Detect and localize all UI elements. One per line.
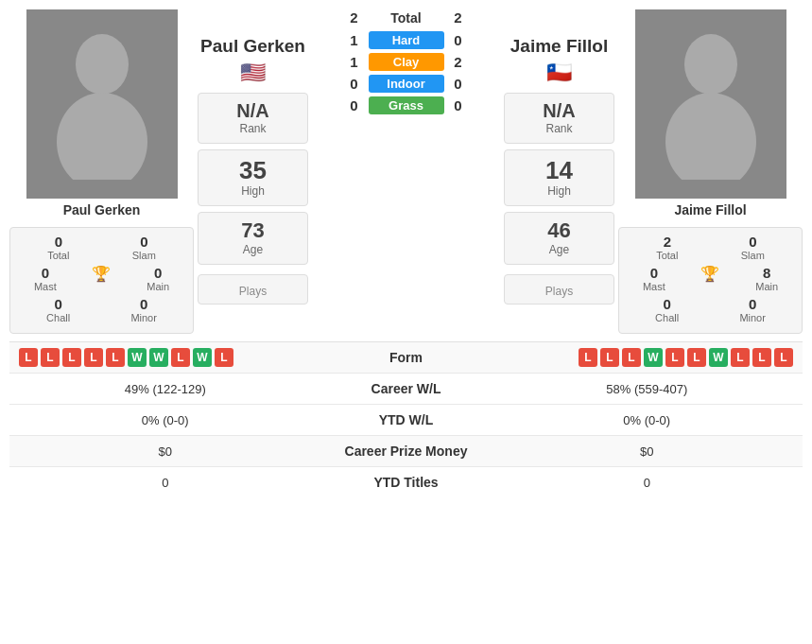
right-player-name-under: Jaime Fillol — [674, 202, 746, 218]
right-stat-row-3: 0 Chall 0 Minor — [625, 296, 796, 323]
left-flag: 🇺🇸 — [240, 61, 266, 85]
left-age-label: Age — [206, 243, 300, 256]
ytd-titles-row: 0 YTD Titles 0 — [9, 466, 803, 497]
ytd-wl-label: YTD W/L — [312, 412, 501, 427]
right-form-badge-3: W — [644, 348, 663, 367]
right-age-label: Age — [512, 243, 606, 256]
left-stat-row-1: 0 Total 0 Slam — [16, 234, 187, 261]
left-form-badge-3: L — [84, 348, 103, 367]
left-form-badge-6: W — [149, 348, 168, 367]
right-age-card: 46 Age — [504, 212, 614, 265]
surface-left-score-2: 0 — [340, 76, 369, 92]
left-high-card: 35 High — [198, 149, 308, 206]
surface-right-score-1: 2 — [444, 54, 473, 70]
right-stats-card-col: Jaime Fillol 🇨🇱 N/A Rank 14 High 46 Age … — [500, 9, 618, 305]
right-age-value: 46 — [512, 220, 606, 241]
right-slam-cell: 0 Slam — [741, 234, 765, 261]
left-ytd-wl: 0% (0-0) — [19, 413, 312, 427]
surface-row-0: 1 Hard 0 — [340, 31, 473, 49]
right-career-wl: 58% (559-407) — [501, 382, 794, 396]
left-mast-cell: 0 Mast — [34, 265, 57, 292]
svg-point-0 — [76, 34, 129, 95]
right-rank-label: Rank — [512, 122, 606, 135]
right-main-cell: 8 Main — [755, 265, 778, 292]
ytd-wl-row: 0% (0-0) YTD W/L 0% (0-0) — [9, 404, 803, 435]
surface-left-score-0: 1 — [340, 32, 369, 48]
right-player-col: Jaime Fillol 2 Total 0 Slam 0 Ma — [618, 9, 803, 334]
right-plays-card: Plays — [504, 274, 614, 305]
left-rank-label: Rank — [206, 122, 300, 135]
left-stat-row-3: 0 Chall 0 Minor — [16, 296, 187, 323]
main-container: Paul Gerken 0 Total 0 Slam 0 Mas — [0, 0, 812, 507]
right-high-label: High — [512, 184, 606, 198]
left-form-badge-2: L — [62, 348, 81, 367]
right-rank-card: N/A Rank — [504, 93, 614, 144]
right-high-value: 14 — [512, 158, 606, 183]
right-stat-row-2: 0 Mast 🏆 8 Main — [625, 265, 796, 292]
left-form-badge-4: L — [106, 348, 125, 367]
left-stats-box: 0 Total 0 Slam 0 Mast 🏆 — [9, 227, 194, 334]
right-career-prize: $0 — [501, 444, 794, 459]
right-stat-row-1: 2 Total 0 Slam — [625, 234, 796, 261]
career-prize-label: Career Prize Money — [312, 444, 501, 459]
form-section: LLLLLWWLWL Form LLLWLLWLLL — [9, 341, 803, 373]
right-player-photo — [635, 9, 786, 199]
left-high-label: High — [206, 184, 300, 198]
left-player-col: Paul Gerken 0 Total 0 Slam 0 Mas — [9, 9, 194, 334]
svg-point-2 — [684, 34, 737, 95]
surface-right-score-3: 0 — [444, 97, 473, 113]
ytd-titles-label: YTD Titles — [312, 475, 501, 490]
surface-right-score-2: 0 — [444, 76, 473, 92]
left-plays-label: Plays — [208, 285, 298, 298]
left-chall-cell: 0 Chall — [46, 296, 70, 323]
right-form-badge-2: L — [622, 348, 641, 367]
surface-label-0: Hard — [369, 31, 444, 49]
left-form-badge-8: W — [193, 348, 212, 367]
surface-left-score-3: 0 — [340, 97, 369, 113]
left-form-badge-0: L — [19, 348, 38, 367]
left-stats-card-col: Paul Gerken 🇺🇸 N/A Rank 35 High 73 Age P… — [194, 9, 312, 305]
right-form-badge-4: L — [665, 348, 684, 367]
left-ytd-titles: 0 — [19, 476, 312, 490]
left-player-name: Paul Gerken — [200, 36, 305, 57]
surface-label-2: Indoor — [369, 75, 444, 93]
left-rank-card: N/A Rank — [198, 93, 308, 144]
surface-rows: 1 Hard 0 1 Clay 2 0 Indoor 0 0 Grass 0 — [340, 31, 473, 118]
right-form-badge-9: L — [774, 348, 793, 367]
right-form-badges: LLLWLLWLLL — [482, 348, 794, 367]
svg-point-3 — [665, 93, 756, 180]
right-minor-cell: 0 Minor — [739, 296, 766, 323]
left-minor-cell: 0 Minor — [130, 296, 157, 323]
right-player-name: Jaime Fillol — [510, 36, 608, 57]
right-form-badge-5: L — [687, 348, 706, 367]
form-label: Form — [331, 350, 482, 365]
left-total-score: 2 — [340, 9, 369, 26]
left-main-cell: 0 Main — [147, 265, 169, 292]
right-flag: 🇨🇱 — [546, 61, 572, 85]
left-player-photo — [26, 9, 178, 199]
right-form-badge-1: L — [600, 348, 619, 367]
career-wl-label: Career W/L — [312, 381, 501, 396]
left-total-cell: 0 Total — [47, 234, 69, 261]
left-age-value: 73 — [206, 220, 300, 241]
surface-label-3: Grass — [369, 96, 444, 114]
right-form-badge-6: W — [709, 348, 728, 367]
left-form-badge-9: L — [215, 348, 233, 367]
surface-row-2: 0 Indoor 0 — [340, 75, 473, 93]
right-mast-cell: 0 Mast — [643, 265, 665, 292]
surface-row-3: 0 Grass 0 — [340, 96, 473, 114]
left-high-value: 35 — [206, 158, 300, 183]
left-trophy-icon: 🏆 — [92, 266, 111, 282]
right-ytd-titles: 0 — [501, 476, 794, 490]
total-row: 2 Total 2 — [340, 9, 473, 26]
right-total-score: 2 — [444, 9, 473, 26]
left-career-wl: 49% (122-129) — [19, 382, 312, 396]
total-label: Total — [369, 10, 444, 26]
svg-point-1 — [57, 93, 147, 180]
left-form-badge-7: L — [171, 348, 190, 367]
right-form-badge-7: L — [731, 348, 750, 367]
right-ytd-wl: 0% (0-0) — [501, 413, 794, 427]
left-slam-cell: 0 Slam — [132, 234, 156, 261]
right-trophy-cell: 🏆 — [700, 265, 719, 292]
left-career-prize: $0 — [19, 444, 312, 459]
